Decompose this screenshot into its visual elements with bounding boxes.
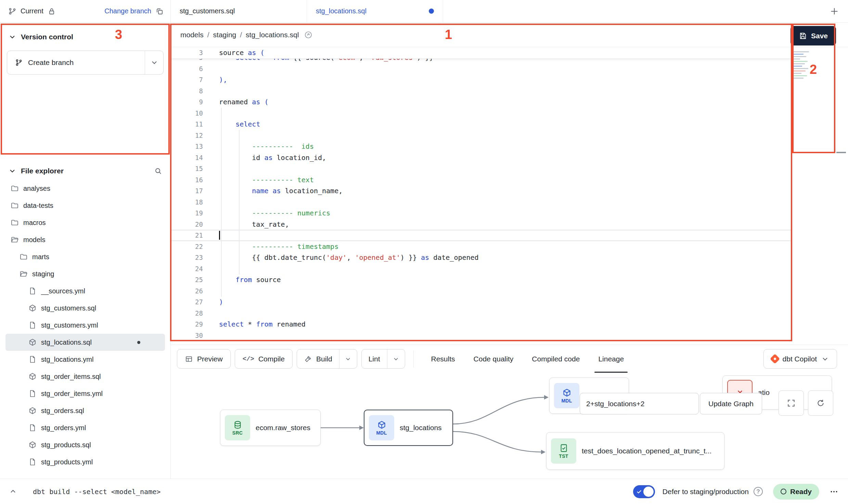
code-line-17[interactable]: 17 name as location_name, [171, 185, 792, 197]
fullscreen-button[interactable] [779, 390, 804, 416]
code-line-11[interactable]: 11 select [171, 119, 792, 130]
code-line-14[interactable]: 14 id as location_id, [171, 152, 792, 163]
save-button[interactable]: Save [791, 26, 836, 45]
clipped-line[interactable]: 5 select * from {{ source('ecom', 'raw_s… [171, 59, 792, 63]
line-number: 19 [171, 208, 203, 219]
collapse-panel-button[interactable] [7, 486, 19, 498]
code-line-7[interactable]: 7), [171, 74, 792, 85]
file-stg_order_items.sql[interactable]: stg_order_items.sql [5, 368, 165, 385]
build-button-group: Build [297, 349, 357, 369]
file-stg_products.yml[interactable]: stg_products.yml [5, 453, 165, 470]
code-line-26[interactable]: 26 [171, 286, 792, 297]
folder-icon [11, 218, 19, 227]
update-graph-button[interactable]: Update Graph [700, 393, 762, 414]
help-icon[interactable] [754, 487, 763, 496]
annotation-number-3: 3 [115, 27, 122, 42]
preview-button[interactable]: Preview [177, 349, 231, 369]
code-line-23[interactable]: 23 {{ dbt.date_trunc('day', 'opened_at')… [171, 252, 792, 263]
code-line-19[interactable]: 19 ---------- numerics [171, 208, 792, 219]
file-stg_orders.yml[interactable]: stg_orders.yml [5, 419, 165, 436]
sql-file-icon [28, 304, 37, 312]
more-options-button[interactable] [828, 486, 840, 498]
build-label: Build [316, 355, 332, 363]
file-models[interactable]: models [5, 231, 165, 248]
code-line-18[interactable]: 18 [171, 197, 792, 208]
code-line-13[interactable]: 13 ---------- ids [171, 141, 792, 152]
code-editor[interactable]: 3source as ( 5 select * from {{ source('… [171, 47, 792, 345]
create-branch-label: Create branch [28, 58, 74, 67]
cli-command[interactable]: dbt build --select <model_name> [33, 488, 160, 496]
copy-icon[interactable] [155, 7, 164, 15]
dbt-copilot-button[interactable]: dbt Copilot [763, 349, 837, 369]
code-line-24[interactable]: 24 [171, 263, 792, 275]
file-explorer-header[interactable]: File explorer [0, 159, 170, 180]
file-marts[interactable]: marts [5, 248, 165, 265]
create-branch-menu-button[interactable] [145, 51, 163, 74]
compile-button[interactable]: </> Compile [235, 349, 293, 369]
code-text: source as ( [203, 47, 792, 58]
defer-toggle[interactable] [633, 485, 655, 498]
minimap-line [793, 78, 804, 79]
code-line-20[interactable]: 20 tax_rate, [171, 219, 792, 230]
tab-stg_customers.sql[interactable]: stg_customers.sql [171, 0, 307, 22]
code-line-29[interactable]: 29select * from renamed [171, 319, 792, 330]
sticky-scroll-line[interactable]: 3source as ( [171, 47, 792, 59]
link-icon[interactable] [304, 31, 312, 39]
lineage-node-stg_locations[interactable]: MDLstg_locations [364, 410, 453, 446]
file-__sources.yml[interactable]: __sources.yml [5, 282, 165, 300]
file-stg_customers.sql[interactable]: stg_customers.sql [5, 300, 165, 317]
code-line-6[interactable]: 6 [171, 63, 792, 75]
code-text: renamed as ( [203, 96, 792, 108]
file-staging[interactable]: staging [5, 265, 165, 282]
code-line-16[interactable]: 16 ---------- text [171, 174, 792, 186]
code-line-22[interactable]: 22 ---------- timestamps [171, 241, 792, 252]
version-control-header[interactable]: Version control [0, 23, 170, 41]
tab-compiled-code[interactable]: Compiled code [523, 345, 589, 373]
file-stg_locations.yml[interactable]: stg_locations.yml [5, 351, 165, 368]
line-number: 25 [171, 274, 203, 286]
build-button[interactable]: Build [297, 349, 339, 368]
change-branch-link[interactable]: Change branch [104, 7, 151, 15]
code-line-30[interactable]: 30 [171, 330, 792, 341]
refresh-button[interactable] [808, 390, 833, 416]
tab-stg_locations.sql[interactable]: stg_locations.sql [307, 0, 443, 22]
code-line-21[interactable]: 21 [171, 230, 792, 241]
file-stg_locations.sql[interactable]: stg_locations.sql [5, 334, 165, 351]
file-data-tests[interactable]: data-tests [5, 197, 165, 214]
code-line-5[interactable]: 5 select * from {{ source('ecom', 'raw_s… [171, 59, 792, 63]
lineage-node-ecom.raw_stores[interactable]: SRCecom.raw_stores [220, 410, 321, 446]
panel-resize-handle[interactable] [836, 152, 846, 153]
lineage-selector-input[interactable] [580, 393, 699, 414]
file-analyses[interactable]: analyses [5, 180, 165, 197]
code-line-10[interactable]: 10 [171, 108, 792, 119]
code-text [203, 230, 792, 241]
file-macros[interactable]: macros [5, 214, 165, 231]
code-line-15[interactable]: 15 [171, 163, 792, 174]
file-stg_products.sql[interactable]: stg_products.sql [5, 436, 165, 453]
new-tab-button[interactable] [830, 6, 839, 16]
file-stg_customers.yml[interactable]: stg_customers.yml [5, 317, 165, 334]
code-line-12[interactable]: 12 [171, 130, 792, 141]
code-line-27[interactable]: 27) [171, 296, 792, 308]
lint-button[interactable]: Lint [362, 349, 387, 368]
code-line-3[interactable]: 3source as ( [171, 47, 792, 58]
lint-label: Lint [369, 355, 380, 363]
code-line-9[interactable]: 9renamed as ( [171, 96, 792, 108]
code-line-28[interactable]: 28 [171, 308, 792, 319]
tab-lineage[interactable]: Lineage [589, 345, 633, 373]
code-line-25[interactable]: 25 from source [171, 274, 792, 286]
lineage-node-test_does_location_opened_at_trunc_t...[interactable]: TSTtest_does_location_opened_at_trunc_t.… [546, 432, 724, 470]
create-branch-button[interactable]: Create branch [7, 51, 164, 75]
tab-results[interactable]: Results [422, 345, 464, 373]
line-number: 11 [171, 119, 203, 130]
chevron-down-icon [821, 355, 829, 363]
file-stg_orders.sql[interactable]: stg_orders.sql [5, 402, 165, 419]
lint-menu-button[interactable] [387, 349, 405, 368]
yml-file-icon [28, 458, 37, 466]
file-stg_order_items.yml[interactable]: stg_order_items.yml [5, 385, 165, 402]
search-icon[interactable] [154, 167, 162, 175]
code-line-8[interactable]: 8 [171, 85, 792, 97]
model-node-icon: MDL [369, 415, 394, 440]
build-menu-button[interactable] [339, 349, 357, 368]
tab-code-quality[interactable]: Code quality [464, 345, 523, 373]
